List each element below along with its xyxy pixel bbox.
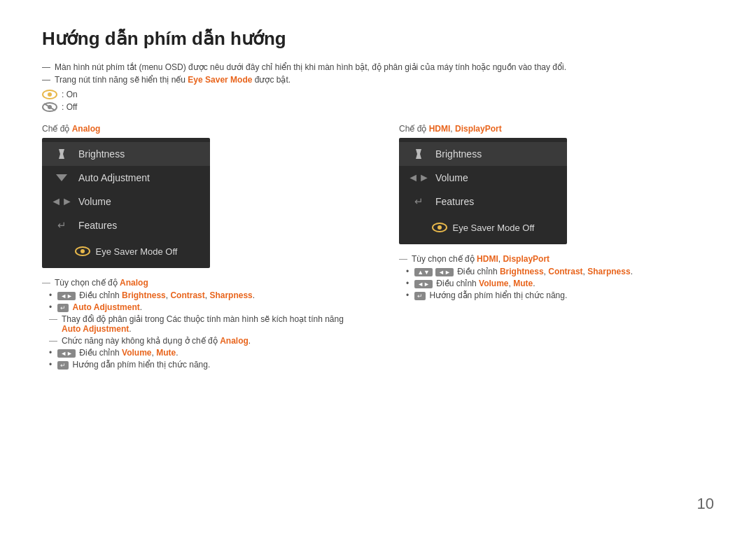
hdmi-osd-brightness: Brightness	[399, 142, 567, 166]
svg-point-9	[80, 249, 85, 253]
hdmi-osd-features: ↵ Features	[399, 190, 567, 213]
note-2: — Trang nút tính năng sẽ hiển thị nếu Ey…	[42, 75, 714, 85]
note-1: — Màn hình nút phím tắt (menu OSD) được …	[42, 62, 714, 72]
enter-icon-h: ↵	[414, 292, 426, 300]
eye-saver-icon-analog	[75, 246, 90, 257]
ud-icon-h: ▲▼	[414, 268, 433, 276]
hdmi-tuychon-title: — Tùy chọn chế độ HDMI, DisplayPort	[399, 254, 714, 264]
hdmi-column: Chế độ HDMI, DisplayPort Brightness ◄► V…	[399, 124, 714, 372]
hdmi-osd-eye-saver: Eye Saver Mode Off	[399, 215, 567, 240]
off-indicator: : Off	[42, 101, 714, 113]
enter-icon-1: ↵	[57, 304, 69, 312]
svg-point-1	[48, 92, 52, 97]
page-title: Hướng dẫn phím dẫn hướng	[42, 28, 714, 50]
lr-icon-h: ◄►	[435, 268, 454, 276]
eye-saver-icon-hdmi	[432, 222, 447, 233]
volume-lr-icon: ◄►	[52, 195, 71, 208]
auto-adj-icon	[52, 171, 71, 184]
analog-mode-label: Chế độ Analog	[42, 124, 357, 134]
svg-line-4	[44, 104, 55, 111]
osd-auto-adjustment: Auto Adjustment	[42, 166, 210, 190]
svg-marker-7	[56, 174, 67, 181]
brightness-icon	[52, 148, 71, 160]
hdmi-volume-icon: ◄►	[409, 171, 428, 184]
analog-column: Chế độ Analog Brightness	[42, 124, 357, 372]
hdmi-bullets: — Tùy chọn chế độ HDMI, DisplayPort • ▲▼…	[399, 254, 714, 300]
analog-bullet-2: • ↵ Auto Adjustment.	[49, 302, 357, 312]
hdmi-osd-volume: ◄► Volume	[399, 166, 567, 190]
analog-subnote-2: — Chức năng này không khả dụng ở chế độ …	[49, 336, 357, 346]
osd-volume: ◄► Volume	[42, 190, 210, 213]
hdmi-bullet-2: • ◄► Điều chỉnh Volume, Mute.	[406, 279, 714, 288]
analog-bullet-1: • ◄► Điều chỉnh Brightness, Contrast, Sh…	[49, 290, 357, 300]
osd-eye-saver-analog: Eye Saver Mode Off	[42, 239, 210, 264]
features-enter-icon: ↵	[52, 219, 71, 232]
eye-on-icon	[42, 89, 57, 100]
analog-bullet-4: • ↵ Hướng dẫn phím hiển thị chức năng.	[49, 360, 357, 370]
osd-brightness: Brightness	[42, 142, 210, 166]
lr-icon-h2: ◄►	[414, 280, 433, 288]
hdmi-bullet-3: • ↵ Hướng dẫn phím hiển thị chức năng.	[406, 290, 714, 300]
analog-tuychon-title: — Tùy chọn chế độ Analog	[42, 278, 357, 288]
lr-icon-2: ◄►	[57, 349, 76, 358]
osd-features: ↵ Features	[42, 213, 210, 237]
analog-bullets: — Tùy chọn chế độ Analog • ◄► Điều chỉnh…	[42, 278, 357, 370]
hdmi-brightness-icon	[409, 148, 428, 160]
analog-osd-menu: Brightness Auto Adjustment ◄► Volume	[42, 138, 210, 268]
hdmi-mode-label: Chế độ HDMI, DisplayPort	[399, 124, 714, 134]
hdmi-features-icon: ↵	[409, 195, 428, 208]
on-indicator: : On	[42, 89, 714, 100]
enter-icon-2: ↵	[57, 361, 69, 370]
eye-off-icon	[42, 101, 57, 113]
svg-point-13	[438, 225, 442, 230]
hdmi-osd-menu: Brightness ◄► Volume ↵ Features	[399, 138, 567, 244]
analog-bullet-3: • ◄► Điều chỉnh Volume, Mute.	[49, 348, 357, 358]
hdmi-bullet-1: • ▲▼◄► Điều chỉnh Brightness, Contrast, …	[406, 267, 714, 276]
page-number: 10	[697, 495, 714, 513]
lr-icon-1: ◄►	[57, 292, 76, 300]
analog-subnote-1: — Thay đổi độ phân giải trong Các thuộc …	[49, 314, 357, 334]
